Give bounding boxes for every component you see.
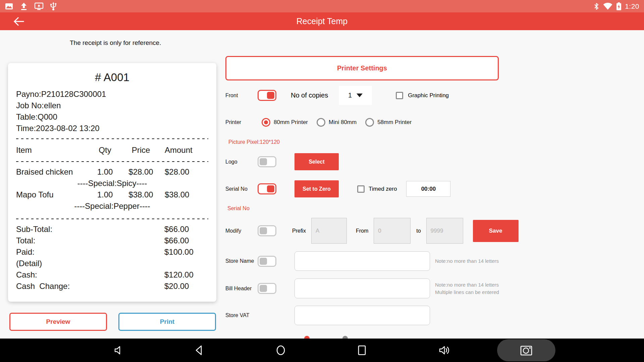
- upload-notification-icon: [19, 2, 28, 11]
- receipt-preview: # A001 Payno:P210128C300001 Job No:ellen…: [8, 63, 216, 302]
- total-label: (Detail): [16, 258, 164, 269]
- bill-header-toggle[interactable]: [258, 283, 276, 294]
- save-button[interactable]: Save: [473, 220, 519, 242]
- receipt-table-header: Item Qty Price Amount: [16, 143, 208, 157]
- copies-dropdown[interactable]: 1: [339, 86, 372, 105]
- radio-80mm-printer[interactable]: [262, 118, 270, 127]
- store-vat-row: Store VAT: [225, 306, 430, 325]
- item-name: Mapo Tofu: [16, 189, 90, 200]
- from-input[interactable]: [374, 218, 411, 244]
- prefix-label: Prefix: [292, 228, 306, 234]
- printer-label: Printer: [225, 119, 262, 125]
- radio-mini-80mm[interactable]: [317, 118, 325, 127]
- logo-label: Logo: [225, 159, 258, 165]
- image-notification-icon: [5, 2, 13, 11]
- logo-select-button[interactable]: Select: [294, 153, 339, 170]
- page-title: Receipt Temp: [0, 16, 644, 26]
- print-button[interactable]: Print: [118, 313, 216, 331]
- volume-down-button[interactable]: [106, 339, 130, 362]
- receipt-order-no: # A001: [16, 71, 208, 84]
- prefix-input[interactable]: [311, 218, 347, 244]
- status-bar: 1:20: [0, 0, 644, 12]
- printer-settings-button[interactable]: Printer Settings: [225, 56, 499, 80]
- col-qty: Qty: [90, 143, 120, 157]
- total-label: Cash:: [16, 269, 164, 281]
- total-row: Cash Change: $20.00: [16, 281, 208, 292]
- total-label: Cash Change:: [16, 281, 164, 292]
- timed-zero-label: Timed zero: [369, 186, 397, 192]
- preview-button[interactable]: Preview: [9, 313, 107, 331]
- logo-row: Logo Select: [225, 153, 339, 170]
- nav-home-icon: [275, 345, 286, 356]
- total-value: $20.00: [164, 281, 208, 292]
- total-value: $120.00: [164, 269, 208, 281]
- item-qty: 1.00: [90, 166, 120, 178]
- item-special: ----Special:Pepper----: [16, 200, 208, 212]
- item-amount: $28.00: [162, 166, 208, 178]
- nav-back-button[interactable]: [187, 339, 211, 362]
- display-notification-icon: [34, 2, 44, 11]
- total-label: Total:: [16, 235, 164, 246]
- store-name-input[interactable]: [294, 251, 430, 271]
- bill-header-notes: Note:no more than 14 letters Multiple li…: [435, 281, 499, 296]
- receipt-job-no: Job No:ellen: [16, 100, 208, 111]
- total-row: Cash: $120.00: [16, 269, 208, 281]
- item-name: Braised chicken: [16, 166, 90, 178]
- total-value: $66.00: [164, 235, 208, 246]
- printer-row: Printer 80mm Printer Mini 80mm 58mm Prin…: [225, 118, 412, 127]
- bill-header-label: Bill Header: [225, 286, 258, 292]
- radio-58mm-printer[interactable]: [365, 118, 374, 127]
- set-to-zero-button[interactable]: Set to Zero: [294, 180, 339, 197]
- receipt-table: Table:Q000: [16, 111, 208, 123]
- front-row: Front No of copies 1 Graphic Printing: [225, 86, 449, 105]
- receipt-divider: [16, 219, 208, 219]
- store-name-row: Store Name Note:no more than 14 letters: [225, 251, 499, 271]
- toggle-knob: [260, 258, 267, 265]
- receipt-time: Time:2023-08-02 13:20: [16, 123, 208, 134]
- modify-toggle[interactable]: [258, 225, 276, 236]
- timed-zero-checkbox[interactable]: [357, 185, 365, 193]
- modify-label: Modify: [225, 228, 258, 234]
- bill-header-input[interactable]: [294, 279, 430, 298]
- total-row: Paid: $100.00: [16, 246, 208, 258]
- store-vat-input[interactable]: [294, 306, 430, 325]
- copies-value: 1: [348, 92, 352, 99]
- to-input[interactable]: [426, 218, 463, 244]
- camera-icon: [519, 344, 533, 356]
- serial-row: Serial No Set to Zero Timed zero 00:00: [225, 180, 450, 197]
- battery-charging-icon: [616, 2, 622, 11]
- receipt-item-row: Mapo Tofu 1.00 $38.00 $38.00: [16, 189, 208, 200]
- nav-recents-button[interactable]: [350, 339, 374, 362]
- nav-recents-icon: [356, 345, 368, 356]
- nav-back-icon: [194, 345, 205, 356]
- toggle-knob: [260, 227, 267, 234]
- store-vat-label: Store VAT: [225, 312, 294, 318]
- volume-up-button[interactable]: [432, 339, 456, 362]
- serial-section-label: Serial No: [227, 205, 250, 212]
- receipt-item-row: Braised chicken 1.00 $28.00 $28.00: [16, 166, 208, 178]
- nav-home-button[interactable]: [269, 339, 292, 362]
- total-value: $66.00: [164, 224, 208, 235]
- logo-toggle[interactable]: [258, 156, 276, 167]
- bluetooth-icon: [593, 2, 599, 11]
- screenshot-button[interactable]: [497, 339, 555, 361]
- timed-zero-time-field[interactable]: 00:00: [406, 181, 450, 197]
- bill-header-note-1: Note:no more than 14 letters: [435, 281, 499, 289]
- front-toggle[interactable]: [258, 90, 276, 101]
- radio-80mm-label: 80mm Printer: [274, 119, 308, 126]
- total-label: Sub-Total:: [16, 224, 164, 235]
- receipt-divider: [16, 161, 208, 162]
- graphic-printing-checkbox[interactable]: [396, 92, 403, 99]
- store-name-toggle[interactable]: [258, 256, 276, 267]
- serial-toggle[interactable]: [258, 183, 276, 194]
- radio-58mm-label: 58mm Printer: [377, 119, 412, 126]
- receipt-divider: [16, 138, 208, 139]
- graphic-printing-label: Graphic Printing: [408, 92, 449, 99]
- back-arrow-icon: [13, 16, 24, 26]
- total-row: (Detail): [16, 258, 208, 269]
- store-name-label: Store Name: [225, 258, 258, 264]
- col-amount: Amount: [162, 143, 208, 157]
- total-row: Sub-Total: $66.00: [16, 224, 208, 235]
- back-button[interactable]: [12, 15, 25, 27]
- toggle-knob: [267, 185, 274, 192]
